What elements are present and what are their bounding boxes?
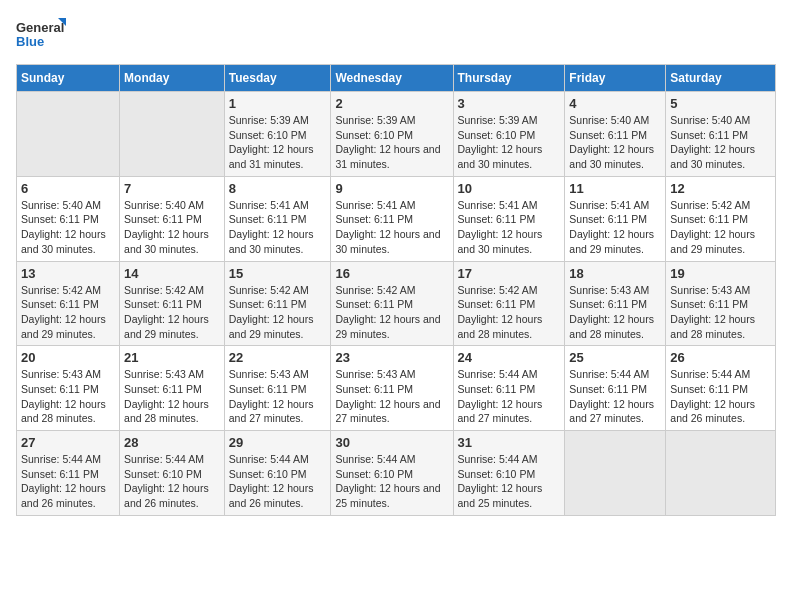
calendar-cell: 21Sunrise: 5:43 AM Sunset: 6:11 PM Dayli… (120, 346, 225, 431)
day-info: Sunrise: 5:44 AM Sunset: 6:10 PM Dayligh… (229, 452, 327, 511)
svg-text:Blue: Blue (16, 34, 44, 49)
day-number: 15 (229, 266, 327, 281)
calendar-cell (17, 92, 120, 177)
day-number: 23 (335, 350, 448, 365)
day-number: 20 (21, 350, 115, 365)
day-number: 27 (21, 435, 115, 450)
calendar-week-row: 6Sunrise: 5:40 AM Sunset: 6:11 PM Daylig… (17, 176, 776, 261)
day-number: 6 (21, 181, 115, 196)
calendar-cell: 23Sunrise: 5:43 AM Sunset: 6:11 PM Dayli… (331, 346, 453, 431)
day-number: 2 (335, 96, 448, 111)
day-info: Sunrise: 5:44 AM Sunset: 6:10 PM Dayligh… (458, 452, 561, 511)
calendar-cell: 5Sunrise: 5:40 AM Sunset: 6:11 PM Daylig… (666, 92, 776, 177)
day-info: Sunrise: 5:41 AM Sunset: 6:11 PM Dayligh… (229, 198, 327, 257)
calendar-cell (666, 431, 776, 516)
calendar-cell: 14Sunrise: 5:42 AM Sunset: 6:11 PM Dayli… (120, 261, 225, 346)
calendar-cell (565, 431, 666, 516)
day-info: Sunrise: 5:40 AM Sunset: 6:11 PM Dayligh… (124, 198, 220, 257)
day-info: Sunrise: 5:40 AM Sunset: 6:11 PM Dayligh… (21, 198, 115, 257)
calendar-cell: 17Sunrise: 5:42 AM Sunset: 6:11 PM Dayli… (453, 261, 565, 346)
calendar-cell: 1Sunrise: 5:39 AM Sunset: 6:10 PM Daylig… (224, 92, 331, 177)
calendar-cell: 9Sunrise: 5:41 AM Sunset: 6:11 PM Daylig… (331, 176, 453, 261)
day-number: 8 (229, 181, 327, 196)
calendar-cell: 3Sunrise: 5:39 AM Sunset: 6:10 PM Daylig… (453, 92, 565, 177)
day-number: 4 (569, 96, 661, 111)
day-info: Sunrise: 5:43 AM Sunset: 6:11 PM Dayligh… (335, 367, 448, 426)
calendar-cell: 13Sunrise: 5:42 AM Sunset: 6:11 PM Dayli… (17, 261, 120, 346)
header-monday: Monday (120, 65, 225, 92)
calendar-cell: 25Sunrise: 5:44 AM Sunset: 6:11 PM Dayli… (565, 346, 666, 431)
day-info: Sunrise: 5:44 AM Sunset: 6:11 PM Dayligh… (21, 452, 115, 511)
header-friday: Friday (565, 65, 666, 92)
day-number: 19 (670, 266, 771, 281)
day-info: Sunrise: 5:43 AM Sunset: 6:11 PM Dayligh… (229, 367, 327, 426)
calendar-week-row: 13Sunrise: 5:42 AM Sunset: 6:11 PM Dayli… (17, 261, 776, 346)
day-number: 21 (124, 350, 220, 365)
page-header: General Blue (16, 16, 776, 56)
day-info: Sunrise: 5:42 AM Sunset: 6:11 PM Dayligh… (21, 283, 115, 342)
calendar-cell: 8Sunrise: 5:41 AM Sunset: 6:11 PM Daylig… (224, 176, 331, 261)
day-info: Sunrise: 5:41 AM Sunset: 6:11 PM Dayligh… (335, 198, 448, 257)
day-number: 1 (229, 96, 327, 111)
day-info: Sunrise: 5:44 AM Sunset: 6:11 PM Dayligh… (458, 367, 561, 426)
day-info: Sunrise: 5:42 AM Sunset: 6:11 PM Dayligh… (670, 198, 771, 257)
logo: General Blue (16, 16, 66, 56)
day-info: Sunrise: 5:43 AM Sunset: 6:11 PM Dayligh… (670, 283, 771, 342)
day-info: Sunrise: 5:39 AM Sunset: 6:10 PM Dayligh… (335, 113, 448, 172)
calendar-cell: 22Sunrise: 5:43 AM Sunset: 6:11 PM Dayli… (224, 346, 331, 431)
day-number: 26 (670, 350, 771, 365)
header-wednesday: Wednesday (331, 65, 453, 92)
day-number: 30 (335, 435, 448, 450)
calendar-week-row: 1Sunrise: 5:39 AM Sunset: 6:10 PM Daylig… (17, 92, 776, 177)
calendar-cell: 16Sunrise: 5:42 AM Sunset: 6:11 PM Dayli… (331, 261, 453, 346)
calendar-cell: 4Sunrise: 5:40 AM Sunset: 6:11 PM Daylig… (565, 92, 666, 177)
day-number: 10 (458, 181, 561, 196)
header-sunday: Sunday (17, 65, 120, 92)
day-info: Sunrise: 5:41 AM Sunset: 6:11 PM Dayligh… (569, 198, 661, 257)
day-info: Sunrise: 5:44 AM Sunset: 6:10 PM Dayligh… (124, 452, 220, 511)
day-info: Sunrise: 5:43 AM Sunset: 6:11 PM Dayligh… (21, 367, 115, 426)
day-number: 17 (458, 266, 561, 281)
calendar-cell: 11Sunrise: 5:41 AM Sunset: 6:11 PM Dayli… (565, 176, 666, 261)
calendar-table: SundayMondayTuesdayWednesdayThursdayFrid… (16, 64, 776, 516)
calendar-cell: 10Sunrise: 5:41 AM Sunset: 6:11 PM Dayli… (453, 176, 565, 261)
day-info: Sunrise: 5:44 AM Sunset: 6:11 PM Dayligh… (670, 367, 771, 426)
day-info: Sunrise: 5:42 AM Sunset: 6:11 PM Dayligh… (229, 283, 327, 342)
day-number: 3 (458, 96, 561, 111)
calendar-header-row: SundayMondayTuesdayWednesdayThursdayFrid… (17, 65, 776, 92)
calendar-cell: 27Sunrise: 5:44 AM Sunset: 6:11 PM Dayli… (17, 431, 120, 516)
calendar-week-row: 27Sunrise: 5:44 AM Sunset: 6:11 PM Dayli… (17, 431, 776, 516)
day-number: 18 (569, 266, 661, 281)
day-info: Sunrise: 5:42 AM Sunset: 6:11 PM Dayligh… (335, 283, 448, 342)
svg-text:General: General (16, 20, 64, 35)
day-number: 12 (670, 181, 771, 196)
day-number: 5 (670, 96, 771, 111)
day-number: 11 (569, 181, 661, 196)
day-number: 13 (21, 266, 115, 281)
day-number: 9 (335, 181, 448, 196)
day-number: 16 (335, 266, 448, 281)
calendar-cell: 20Sunrise: 5:43 AM Sunset: 6:11 PM Dayli… (17, 346, 120, 431)
day-info: Sunrise: 5:43 AM Sunset: 6:11 PM Dayligh… (124, 367, 220, 426)
header-saturday: Saturday (666, 65, 776, 92)
day-number: 25 (569, 350, 661, 365)
day-info: Sunrise: 5:39 AM Sunset: 6:10 PM Dayligh… (458, 113, 561, 172)
day-info: Sunrise: 5:42 AM Sunset: 6:11 PM Dayligh… (124, 283, 220, 342)
day-info: Sunrise: 5:42 AM Sunset: 6:11 PM Dayligh… (458, 283, 561, 342)
day-number: 29 (229, 435, 327, 450)
day-info: Sunrise: 5:44 AM Sunset: 6:11 PM Dayligh… (569, 367, 661, 426)
day-info: Sunrise: 5:39 AM Sunset: 6:10 PM Dayligh… (229, 113, 327, 172)
day-number: 28 (124, 435, 220, 450)
calendar-cell: 24Sunrise: 5:44 AM Sunset: 6:11 PM Dayli… (453, 346, 565, 431)
calendar-cell: 2Sunrise: 5:39 AM Sunset: 6:10 PM Daylig… (331, 92, 453, 177)
day-number: 14 (124, 266, 220, 281)
day-info: Sunrise: 5:44 AM Sunset: 6:10 PM Dayligh… (335, 452, 448, 511)
calendar-cell: 6Sunrise: 5:40 AM Sunset: 6:11 PM Daylig… (17, 176, 120, 261)
day-number: 7 (124, 181, 220, 196)
day-info: Sunrise: 5:43 AM Sunset: 6:11 PM Dayligh… (569, 283, 661, 342)
calendar-cell: 29Sunrise: 5:44 AM Sunset: 6:10 PM Dayli… (224, 431, 331, 516)
calendar-cell: 30Sunrise: 5:44 AM Sunset: 6:10 PM Dayli… (331, 431, 453, 516)
header-tuesday: Tuesday (224, 65, 331, 92)
calendar-cell: 19Sunrise: 5:43 AM Sunset: 6:11 PM Dayli… (666, 261, 776, 346)
calendar-cell: 26Sunrise: 5:44 AM Sunset: 6:11 PM Dayli… (666, 346, 776, 431)
